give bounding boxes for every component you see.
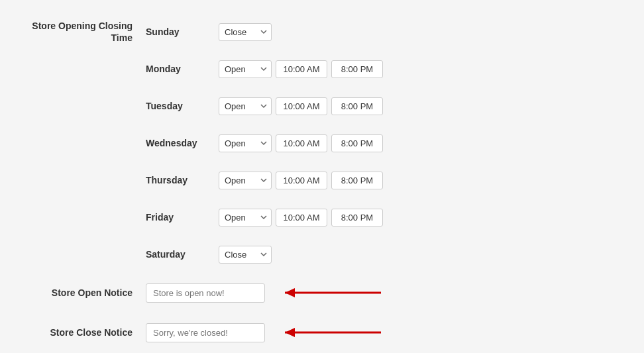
status-select-tuesday[interactable]: CloseOpen [219, 97, 272, 115]
close-time-friday: 8:00 PM [331, 209, 383, 227]
status-select-wednesday[interactable]: CloseOpen [219, 134, 272, 152]
open-time-thursday: 10:00 AM [276, 172, 327, 189]
day-label-friday: Friday [146, 212, 219, 223]
day-row-saturday: SaturdayCloseOpen [27, 236, 617, 273]
day-row-friday: FridayCloseOpen10:00 AM8:00 PM [27, 199, 617, 236]
day-row-wednesday: WednesdayCloseOpen10:00 AM8:00 PM [27, 125, 617, 162]
status-select-saturday[interactable]: CloseOpen [219, 246, 272, 264]
day-label-tuesday: Tuesday [146, 101, 219, 111]
day-controls-tuesday: CloseOpen10:00 AM8:00 PM [219, 97, 617, 115]
day-controls-thursday: CloseOpen10:00 AM8:00 PM [219, 172, 617, 189]
day-label-thursday: Thursday [146, 175, 219, 185]
section-label: Store Opening ClosingTime [27, 20, 146, 44]
status-select-monday[interactable]: CloseOpen [219, 60, 272, 78]
open-notice-arrow [278, 283, 384, 302]
open-time-monday: 10:00 AM [276, 60, 327, 78]
store-close-notice-input-area [146, 323, 384, 342]
open-time-wednesday: 10:00 AM [276, 134, 327, 152]
day-label-saturday: Saturday [146, 249, 219, 260]
store-hours-form: Store Opening ClosingTimeSundayCloseOpen… [27, 13, 617, 352]
section-title-line1: Store Opening Closing [32, 21, 133, 31]
store-open-notice-label: Store Open Notice [27, 287, 146, 298]
svg-marker-3 [285, 328, 295, 337]
day-controls-monday: CloseOpen10:00 AM8:00 PM [219, 60, 617, 78]
store-close-notice-label: Store Close Notice [27, 327, 146, 338]
open-time-friday: 10:00 AM [276, 209, 327, 227]
close-time-tuesday: 8:00 PM [331, 97, 383, 115]
day-row-thursday: ThursdayCloseOpen10:00 AM8:00 PM [27, 162, 617, 199]
day-controls-sunday: CloseOpen [219, 23, 617, 41]
store-close-notice-input[interactable] [146, 323, 265, 342]
store-open-notice-input-area [146, 283, 384, 303]
status-select-sunday[interactable]: CloseOpen [219, 23, 272, 41]
day-label-monday: Monday [146, 64, 219, 74]
store-open-notice-row: Store Open Notice [27, 273, 617, 313]
close-time-monday: 8:00 PM [331, 60, 383, 78]
open-time-tuesday: 10:00 AM [276, 97, 327, 115]
day-label-wednesday: Wednesday [146, 138, 219, 148]
close-notice-arrow [278, 323, 384, 342]
section-title-line2: Time [111, 32, 133, 43]
status-select-friday[interactable]: CloseOpen [219, 209, 272, 227]
svg-marker-1 [285, 288, 295, 297]
close-time-wednesday: 8:00 PM [331, 134, 383, 152]
day-label-sunday: Sunday [146, 26, 219, 37]
close-time-thursday: 8:00 PM [331, 172, 383, 189]
day-row-tuesday: TuesdayCloseOpen10:00 AM8:00 PM [27, 87, 617, 125]
day-row-sunday: Store Opening ClosingTimeSundayCloseOpen [27, 13, 617, 50]
day-controls-wednesday: CloseOpen10:00 AM8:00 PM [219, 134, 617, 152]
day-row-monday: MondayCloseOpen10:00 AM8:00 PM [27, 50, 617, 87]
day-controls-friday: CloseOpen10:00 AM8:00 PM [219, 209, 617, 227]
store-close-notice-row: Store Close Notice [27, 313, 617, 352]
status-select-thursday[interactable]: CloseOpen [219, 172, 272, 189]
store-open-notice-input[interactable] [146, 283, 265, 303]
day-controls-saturday: CloseOpen [219, 246, 617, 264]
